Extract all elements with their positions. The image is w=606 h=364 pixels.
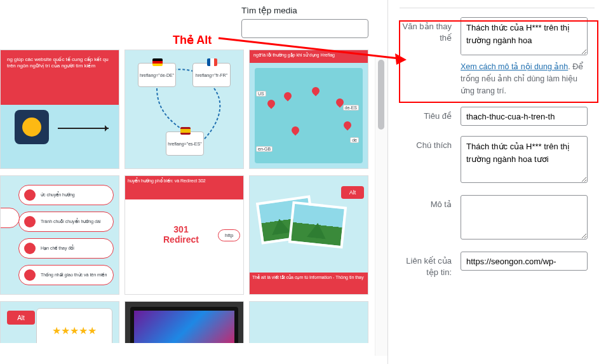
hreflang-card: hreflang="fr-FR" [192,63,231,87]
stars-icon: ★★★★★ [52,325,97,337]
photo-icon [288,201,347,249]
thumb-text: ngữ là lỗi thường gặp khi sử dụng Hrefla… [250,50,368,63]
caption-label: Chú thích [400,136,461,151]
file-link-input[interactable] [461,252,588,271]
title-input[interactable] [461,107,588,126]
thumb-8[interactable] [125,301,244,343]
thumb-6[interactable]: Alt Thẻ alt là viết tắt của cụm tù Infor… [249,175,368,295]
scrollbar-knob[interactable] [378,60,384,130]
media-gallery: ng giúp các website quốc tế cung cấp kết… [0,38,387,343]
list-item: ướng chính xác [0,208,20,228]
alt-tag-icon: Alt [7,311,35,325]
badge: http [218,229,240,241]
caption-input[interactable] [461,136,588,183]
redirect-label: 301 Redirect [163,224,199,245]
dev-icon [15,110,49,144]
file-link-label: Liên kết của tệp tin: [400,252,461,278]
annotation-alt-tag: Thẻ Alt [173,33,212,47]
gallery-scrollbar[interactable] [375,57,387,356]
thumb-4[interactable]: ức chuyển hướng Tránh chuỗi chuyển hướng… [0,175,119,295]
world-map: US de-ES en-GB de [255,68,363,163]
list-item: Thống nhất giao thức và tên miền [18,265,114,285]
description-input[interactable] [461,195,588,239]
thumb-7[interactable]: Alt ★★★★★ [0,301,119,343]
thumb-text: ng giúp các website quốc tế cung cấp kết… [3,53,116,74]
divider [400,8,595,8]
media-library-panel: Tìm tệp media Thẻ Alt ng giúp các websit… [0,0,387,364]
thumb-1[interactable]: ng giúp các website quốc tế cung cấp kết… [0,50,119,169]
list-item: Hạn chế thay đổi [18,238,114,259]
title-label: Tiêu đề [400,107,461,122]
arrow-icon [58,128,109,129]
thumb-3[interactable]: ngữ là lỗi thường gặp khi sử dụng Hrefla… [249,50,368,169]
alt-text-label: Văn bản thay thế [400,17,461,44]
alt-guide-link[interactable]: Xem cách mô tả nội dung ảnh [461,62,568,71]
thumb-text: huyển hướng phổ biến: và Redirect 302 [128,179,241,184]
list-item: Tránh chuỗi chuyển hướng dài [18,212,114,232]
attachment-details-panel: Văn bản thay thế Xem cách mô tả nội dung… [387,0,606,364]
alt-text-hint: Xem cách mô tả nội dung ảnh. Để trống nế… [461,61,588,97]
thumb-2[interactable]: hreflang="de-DE" hreflang="fr-FR" hrefla… [125,50,244,169]
alt-text-input[interactable] [461,17,588,55]
search-label: Tìm tệp media [241,5,297,15]
thumb-9[interactable] [249,301,368,343]
thumb-text: Thẻ alt là viết tắt của cụm tù Informati… [250,273,368,294]
hreflang-card: hreflang="es-ES" [166,131,204,156]
hreflang-card: hreflang="de-DE" [138,63,176,87]
alt-tag-icon: Alt [341,186,364,199]
thumb-5[interactable]: huyển hướng phổ biến: và Redirect 302 ps… [125,175,244,295]
tv-screen [130,307,238,343]
list-item: ức chuyển hướng [18,185,114,205]
description-label: Mô tả [400,195,461,210]
search-input[interactable] [241,19,368,38]
